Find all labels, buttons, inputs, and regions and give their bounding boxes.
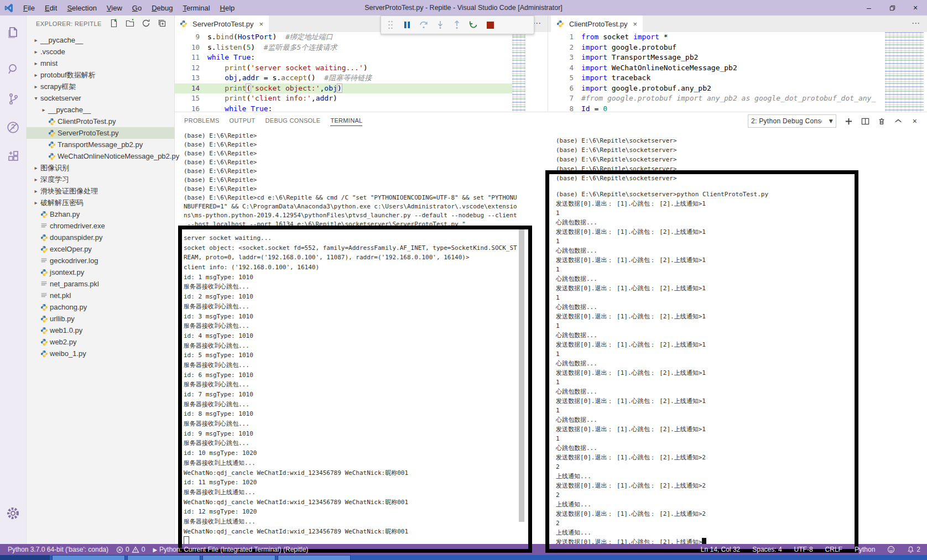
panel-tab-problems[interactable]: PROBLEMS [184, 117, 220, 125]
extensions-icon[interactable] [6, 149, 20, 163]
line-number: 9 [174, 32, 207, 43]
code-line-11[interactable]: 11while True: [174, 53, 512, 63]
close-tab-icon[interactable]: × [633, 20, 638, 28]
tree-item--[interactable]: ▸图像识别 [26, 162, 174, 174]
tree-item--pycache-[interactable]: ▸__pycache__ [26, 34, 174, 46]
step-out-button[interactable] [452, 20, 462, 30]
tree-item-net-pkl[interactable]: net.pkl [26, 290, 174, 301]
taskbar-button[interactable] [278, 555, 351, 560]
menu-terminal[interactable]: Terminal [178, 4, 215, 12]
collapse-all-icon[interactable] [158, 19, 166, 28]
tree-item-web2-py[interactable]: web2.py [26, 336, 174, 348]
left-editor[interactable]: 9s.bind(HostPort) #绑定地址端口10s.listen(5) #… [174, 32, 512, 112]
tree-item-protobuf-[interactable]: ▸protobuf数据解析 [26, 69, 174, 81]
code-line-7[interactable]: 7#from google.protobuf import any_pb2 as… [548, 93, 886, 104]
tree-item--vscode[interactable]: ▸.vscode [26, 46, 174, 57]
minimize-button[interactable]: – [857, 0, 881, 15]
code-line-5[interactable]: 5import traceback [548, 73, 886, 83]
code-line-14[interactable]: 14 print('socket object:',obj) [174, 83, 512, 94]
menu-go[interactable]: Go [127, 4, 147, 12]
code-line-2[interactable]: 2import google.protobuf [548, 43, 886, 53]
step-over-button[interactable] [419, 20, 429, 30]
left-editor-minimap[interactable] [512, 32, 525, 112]
code-line-6[interactable]: 6import google.protobuf.any_pb2 [548, 83, 886, 94]
kill-terminal-icon[interactable] [877, 117, 886, 125]
code-line-8[interactable]: 8Id = 0 [548, 104, 886, 112]
tree-item-bzhan-py[interactable]: Bzhan.py [26, 208, 174, 220]
split-terminal-icon[interactable] [861, 117, 869, 125]
tree-item--[interactable]: ▸滑块验证图像处理 [26, 185, 174, 197]
tree-item--[interactable]: ▸破解解压密码 [26, 197, 174, 208]
source-control-icon[interactable] [6, 92, 20, 106]
restart-button[interactable] [468, 20, 478, 30]
taskbar-button[interactable] [127, 555, 200, 560]
terminal-right[interactable]: (base) E:\6\Repitle\socketserver>(base) … [556, 136, 888, 544]
code-line-16[interactable]: 16 while True: [174, 104, 512, 112]
more-actions-icon[interactable]: ⋯ [912, 18, 920, 28]
tree-item--pycache-[interactable]: ▸__pycache__ [26, 104, 174, 116]
menu-debug[interactable]: Debug [147, 4, 178, 12]
menu-edit[interactable]: Edit [40, 4, 62, 12]
panel-tab-output[interactable]: OUTPUT [230, 117, 256, 125]
terminal-selector[interactable]: 2: Python Debug Consc ▼ [748, 114, 836, 128]
pause-button[interactable] [402, 20, 412, 30]
tree-item-wechatonlinenoticemessage-pb2-py[interactable]: WeChatOnlineNoticeMessage_pb2.py [26, 150, 174, 162]
code-line-15[interactable]: 15 print('client info:',addr) [174, 93, 512, 104]
tree-item-exceloper-py[interactable]: excelOper.py [26, 243, 174, 255]
new-folder-icon[interactable] [126, 19, 134, 28]
drag-grip-icon[interactable] [386, 20, 395, 30]
tab-serverprototest[interactable]: ServerProtoTest.py × [174, 15, 269, 32]
debug-icon[interactable] [6, 121, 20, 134]
step-into-button[interactable] [435, 20, 445, 30]
new-file-icon[interactable] [110, 19, 118, 28]
panel-tab-debug-console[interactable]: DEBUG CONSOLE [265, 117, 321, 125]
code-line-13[interactable]: 13 obj,addr = s.accept() #阻塞等待链接 [174, 73, 512, 83]
tree-item-socketserver[interactable]: ▾socketserver [26, 92, 174, 104]
terminal-scrollbar[interactable] [519, 227, 524, 522]
code-line-3[interactable]: 3import TransportMessage_pb2 [548, 53, 886, 63]
menu-help[interactable]: Help [215, 4, 240, 12]
settings-gear-icon[interactable] [6, 506, 20, 520]
right-editor[interactable]: 1from socket import *2import google.prot… [548, 32, 886, 112]
tree-item--[interactable]: ▸深度学习 [26, 174, 174, 185]
new-terminal-icon[interactable] [844, 117, 853, 125]
tab-clientprototest[interactable]: ClientProtoTest.py × [551, 15, 643, 32]
panel-tab-terminal[interactable]: TERMINAL [330, 117, 362, 126]
code-line-4[interactable]: 4import WeChatOnlineNoticeMessage_pb2 [548, 63, 886, 74]
menu-selection[interactable]: Selection [62, 4, 101, 12]
tree-item-serverprototest-py[interactable]: ServerProtoTest.py [26, 127, 174, 139]
restore-button[interactable] [881, 0, 904, 15]
code-line-12[interactable]: 12 print('server socket waiting...') [174, 63, 512, 74]
tree-item-net-params-pkl[interactable]: net_params.pkl [26, 278, 174, 290]
search-icon[interactable] [6, 62, 20, 76]
tree-item-geckodriver-log[interactable]: geckodriver.log [26, 255, 174, 266]
tree-item-chromedriver-exe[interactable]: chromedriver.exe [26, 220, 174, 232]
tree-item-scrapy-[interactable]: ▸scrapy框架 [26, 81, 174, 92]
close-tab-icon[interactable]: × [259, 20, 264, 28]
tree-item-jsontext-py[interactable]: jsontext.py [26, 266, 174, 278]
terminal-left[interactable]: (base) E:\6\Repitle>(base) E:\6\Repitle>… [184, 132, 542, 544]
tree-item-web1-0-py[interactable]: web1.0.py [26, 325, 174, 336]
refresh-icon[interactable] [142, 19, 150, 28]
close-panel-icon[interactable]: × [910, 117, 919, 125]
close-window-button[interactable]: × [904, 0, 927, 15]
explorer-icon[interactable] [6, 25, 20, 39]
tree-item-clientprototest-py[interactable]: ClientProtoTest.py [26, 116, 174, 127]
tree-item-weibo-1-py[interactable]: weibo_1.py [26, 348, 174, 359]
taskbar-button[interactable] [202, 555, 275, 560]
maximize-panel-icon[interactable] [894, 117, 903, 125]
code-line-1[interactable]: 1from socket import * [548, 32, 886, 43]
windows-taskbar[interactable] [0, 555, 927, 560]
taskbar-start[interactable] [0, 555, 50, 560]
tree-item-doupanspider-py[interactable]: doupanspider.py [26, 232, 174, 243]
tree-item-urllib-py[interactable]: urllib.py [26, 313, 174, 325]
stop-button[interactable] [485, 20, 495, 30]
tree-item-transportmessage-pb2-py[interactable]: TransportMessage_pb2.py [26, 139, 174, 150]
menu-file[interactable]: File [18, 4, 40, 12]
taskbar-button[interactable] [52, 555, 125, 560]
tree-item-pachong-py[interactable]: pachong.py [26, 301, 174, 313]
right-editor-minimap[interactable] [885, 32, 924, 112]
code-line-10[interactable]: 10s.listen(5) #监听最多5个连接请求 [174, 43, 512, 53]
tree-item-mnist[interactable]: ▸mnist [26, 57, 174, 69]
menu-view[interactable]: View [102, 4, 127, 12]
